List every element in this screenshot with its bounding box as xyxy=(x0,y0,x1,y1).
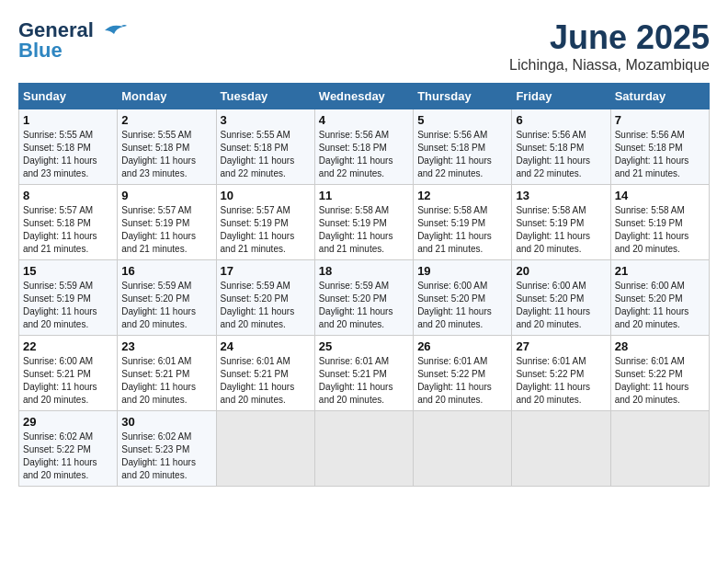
day-number: 9 xyxy=(121,189,211,202)
sunrise-label: Sunrise: 6:00 AM xyxy=(23,356,93,366)
calendar-cell: 24 Sunrise: 6:01 AM Sunset: 5:21 PM Dayl… xyxy=(216,336,314,411)
calendar-cell: 5 Sunrise: 5:56 AM Sunset: 5:18 PM Dayli… xyxy=(414,109,512,185)
day-number: 21 xyxy=(615,264,705,278)
header-thursday: Thursday xyxy=(414,84,512,109)
sunrise-label: Sunrise: 5:59 AM xyxy=(319,281,389,291)
sunset-label: Sunset: 5:19 PM xyxy=(121,218,189,228)
daylight-label: Daylight: 11 hours and 20 minutes. xyxy=(615,382,689,405)
day-info: Sunrise: 5:56 AM Sunset: 5:18 PM Dayligh… xyxy=(615,129,705,180)
calendar-cell: 22 Sunrise: 6:00 AM Sunset: 5:21 PM Dayl… xyxy=(19,336,118,411)
calendar-cell xyxy=(610,411,709,487)
calendar-cell: 13 Sunrise: 5:58 AM Sunset: 5:19 PM Dayl… xyxy=(512,185,610,260)
sunrise-label: Sunrise: 5:59 AM xyxy=(121,281,191,291)
sunrise-label: Sunrise: 5:57 AM xyxy=(221,205,290,215)
sunset-label: Sunset: 5:19 PM xyxy=(516,218,584,228)
sunset-label: Sunset: 5:20 PM xyxy=(615,293,683,304)
day-number: 28 xyxy=(615,339,705,353)
day-number: 27 xyxy=(516,339,606,353)
day-number: 25 xyxy=(319,339,409,353)
calendar-cell xyxy=(314,411,413,487)
day-number: 26 xyxy=(417,339,507,353)
daylight-label: Daylight: 11 hours and 20 minutes. xyxy=(221,306,295,329)
calendar-week-row: 15 Sunrise: 5:59 AM Sunset: 5:19 PM Dayl… xyxy=(19,260,710,336)
day-info: Sunrise: 5:55 AM Sunset: 5:18 PM Dayligh… xyxy=(221,129,311,180)
day-number: 15 xyxy=(23,264,113,278)
sunrise-label: Sunrise: 6:02 AM xyxy=(23,431,93,442)
calendar-cell xyxy=(216,411,314,487)
calendar-cell: 21 Sunrise: 6:00 AM Sunset: 5:20 PM Dayl… xyxy=(610,260,709,336)
calendar-cell: 29 Sunrise: 6:02 AM Sunset: 5:22 PM Dayl… xyxy=(19,411,118,487)
daylight-label: Daylight: 11 hours and 21 minutes. xyxy=(221,231,295,254)
calendar-cell: 27 Sunrise: 6:01 AM Sunset: 5:22 PM Dayl… xyxy=(512,336,610,411)
day-info: Sunrise: 5:58 AM Sunset: 5:19 PM Dayligh… xyxy=(615,204,705,256)
day-number: 30 xyxy=(121,415,211,429)
day-info: Sunrise: 6:02 AM Sunset: 5:23 PM Dayligh… xyxy=(121,431,211,482)
day-info: Sunrise: 5:59 AM Sunset: 5:20 PM Dayligh… xyxy=(221,280,311,331)
sunset-label: Sunset: 5:18 PM xyxy=(516,143,584,153)
sunrise-label: Sunrise: 5:58 AM xyxy=(417,205,487,215)
sunrise-label: Sunrise: 6:01 AM xyxy=(417,356,487,366)
calendar-cell: 17 Sunrise: 5:59 AM Sunset: 5:20 PM Dayl… xyxy=(216,260,314,336)
day-number: 8 xyxy=(23,189,113,202)
daylight-label: Daylight: 11 hours and 20 minutes. xyxy=(319,382,393,405)
day-number: 10 xyxy=(221,189,311,202)
day-info: Sunrise: 6:00 AM Sunset: 5:20 PM Dayligh… xyxy=(417,280,507,331)
calendar-cell: 1 Sunrise: 5:55 AM Sunset: 5:18 PM Dayli… xyxy=(19,109,118,185)
calendar-cell: 30 Sunrise: 6:02 AM Sunset: 5:23 PM Dayl… xyxy=(118,411,216,487)
sunrise-label: Sunrise: 5:55 AM xyxy=(221,130,290,140)
daylight-label: Daylight: 11 hours and 20 minutes. xyxy=(121,382,196,405)
header-saturday: Saturday xyxy=(610,84,709,109)
sunset-label: Sunset: 5:18 PM xyxy=(121,143,189,153)
sunset-label: Sunset: 5:18 PM xyxy=(221,143,289,153)
sunset-label: Sunset: 5:18 PM xyxy=(23,218,91,228)
day-number: 12 xyxy=(417,189,507,202)
logo: General Blue xyxy=(18,18,127,63)
day-number: 6 xyxy=(516,113,606,127)
calendar-cell: 15 Sunrise: 5:59 AM Sunset: 5:19 PM Dayl… xyxy=(19,260,118,336)
day-number: 11 xyxy=(319,189,409,202)
sunrise-label: Sunrise: 5:58 AM xyxy=(319,205,389,215)
calendar-cell: 19 Sunrise: 6:00 AM Sunset: 5:20 PM Dayl… xyxy=(414,260,512,336)
daylight-label: Daylight: 11 hours and 20 minutes. xyxy=(417,306,492,329)
day-info: Sunrise: 5:57 AM Sunset: 5:19 PM Dayligh… xyxy=(121,204,211,256)
sunset-label: Sunset: 5:19 PM xyxy=(615,218,683,228)
sunrise-label: Sunrise: 5:58 AM xyxy=(516,205,586,215)
sunset-label: Sunset: 5:22 PM xyxy=(23,444,91,454)
calendar-cell: 16 Sunrise: 5:59 AM Sunset: 5:20 PM Dayl… xyxy=(118,260,216,336)
calendar-cell: 26 Sunrise: 6:01 AM Sunset: 5:22 PM Dayl… xyxy=(414,336,512,411)
sunrise-label: Sunrise: 5:59 AM xyxy=(221,281,290,291)
calendar-week-row: 29 Sunrise: 6:02 AM Sunset: 5:22 PM Dayl… xyxy=(19,411,710,487)
weekday-header-row: Sunday Monday Tuesday Wednesday Thursday… xyxy=(19,84,710,109)
sunrise-label: Sunrise: 5:55 AM xyxy=(121,130,191,140)
daylight-label: Daylight: 11 hours and 20 minutes. xyxy=(516,231,590,254)
daylight-label: Daylight: 11 hours and 22 minutes. xyxy=(221,155,295,178)
sunset-label: Sunset: 5:22 PM xyxy=(417,369,485,379)
day-number: 24 xyxy=(221,339,311,353)
day-info: Sunrise: 5:58 AM Sunset: 5:19 PM Dayligh… xyxy=(516,204,606,256)
calendar-cell: 4 Sunrise: 5:56 AM Sunset: 5:18 PM Dayli… xyxy=(314,109,413,185)
sunrise-label: Sunrise: 6:02 AM xyxy=(121,431,191,442)
daylight-label: Daylight: 11 hours and 22 minutes. xyxy=(516,155,590,178)
daylight-label: Daylight: 11 hours and 21 minutes. xyxy=(121,231,196,254)
day-info: Sunrise: 5:59 AM Sunset: 5:19 PM Dayligh… xyxy=(23,280,113,331)
day-info: Sunrise: 6:01 AM Sunset: 5:22 PM Dayligh… xyxy=(516,355,606,407)
sunset-label: Sunset: 5:19 PM xyxy=(23,293,91,304)
day-info: Sunrise: 5:58 AM Sunset: 5:19 PM Dayligh… xyxy=(417,204,507,256)
calendar-cell: 12 Sunrise: 5:58 AM Sunset: 5:19 PM Dayl… xyxy=(414,185,512,260)
day-number: 13 xyxy=(516,189,606,202)
sunset-label: Sunset: 5:22 PM xyxy=(615,369,683,379)
sunset-label: Sunset: 5:20 PM xyxy=(319,293,387,304)
day-info: Sunrise: 5:57 AM Sunset: 5:19 PM Dayligh… xyxy=(221,204,311,256)
daylight-label: Daylight: 11 hours and 21 minutes. xyxy=(23,231,97,254)
day-number: 3 xyxy=(221,113,311,127)
day-number: 23 xyxy=(121,339,211,353)
day-number: 19 xyxy=(417,264,507,278)
sunrise-label: Sunrise: 5:55 AM xyxy=(23,130,93,140)
sunrise-label: Sunrise: 6:00 AM xyxy=(417,281,487,291)
daylight-label: Daylight: 11 hours and 20 minutes. xyxy=(23,306,97,329)
sunset-label: Sunset: 5:23 PM xyxy=(121,444,189,454)
sunrise-label: Sunrise: 5:56 AM xyxy=(319,130,389,140)
sunrise-label: Sunrise: 6:01 AM xyxy=(121,356,191,366)
calendar-cell xyxy=(414,411,512,487)
daylight-label: Daylight: 11 hours and 20 minutes. xyxy=(23,382,97,405)
